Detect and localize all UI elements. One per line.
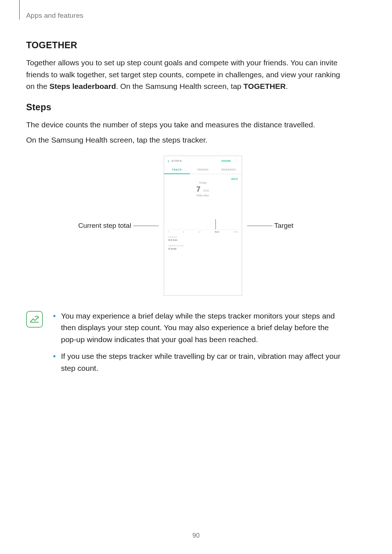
daily-steps-label: Daily steps	[164, 194, 242, 197]
steps-paragraph-1: The device counts the number of steps yo…	[26, 119, 346, 131]
callout-target: Target	[247, 222, 294, 230]
chart-ticks: 0 6 12 Now HRS	[164, 230, 242, 233]
tick: 6	[183, 231, 184, 233]
leader-line	[133, 226, 159, 226]
crop-mark	[19, 0, 20, 20]
step-count-target: /6000	[203, 189, 209, 192]
distance-label: Distance	[168, 236, 237, 238]
note-list: You may experience a brief delay while t…	[53, 310, 346, 379]
distance-value: 0.0 km	[168, 238, 237, 242]
tick: 12	[198, 231, 201, 233]
calories-stat: Calories burned 0 kcal	[164, 242, 242, 250]
calories-value: 0 kcal	[168, 247, 237, 250]
chart-bar	[215, 219, 216, 229]
calories-label: Calories burned	[168, 245, 237, 247]
tab-trends[interactable]: TRENDS	[190, 166, 216, 174]
callout-current-step-total: Current step total	[78, 222, 159, 230]
tick: 0	[168, 231, 169, 233]
back-icon[interactable]: ‹	[168, 158, 169, 164]
heading-together: TOGETHER	[26, 40, 346, 50]
note-item: If you use the steps tracker while trave…	[53, 350, 346, 374]
text: . On the Samsung Health screen, tap	[116, 82, 243, 90]
tab-rewards[interactable]: REWARDS	[216, 166, 241, 174]
tab-track[interactable]: TRACK	[164, 166, 190, 174]
note-block: You may experience a brief delay while t…	[26, 310, 346, 379]
phone-screenshot: ‹ STEPS SHARE ⋮ TRACK TRENDS REWARDS INF…	[164, 156, 242, 296]
step-count-value: 7	[196, 185, 200, 193]
leader-line	[247, 226, 273, 226]
steps-bar-chart	[168, 204, 237, 230]
text-strong: TOGETHER	[244, 82, 286, 90]
more-icon[interactable]: ⋮	[234, 159, 238, 163]
share-button[interactable]: SHARE	[221, 160, 231, 162]
note-icon	[26, 311, 43, 328]
tick-unit: HRS	[233, 231, 238, 233]
text-strong: Steps leaderboard	[49, 82, 116, 90]
callout-label: Current step total	[78, 222, 131, 229]
steps-figure: Current step total ‹ STEPS SHARE ⋮ TRACK…	[26, 156, 346, 296]
today-label: Today	[164, 181, 242, 184]
step-count: 7 /6000	[164, 185, 242, 193]
page-number: 90	[0, 532, 392, 539]
page-content: TOGETHER Together allows you to set up s…	[26, 36, 346, 379]
phone-title: STEPS	[171, 159, 182, 163]
together-paragraph: Together allows you to set up step count…	[26, 57, 346, 93]
phone-tabs: TRACK TRENDS REWARDS	[164, 166, 242, 174]
callout-label: Target	[274, 222, 294, 229]
phone-header: ‹ STEPS SHARE ⋮	[164, 156, 242, 166]
steps-paragraph-2: On the Samsung Health screen, tap the st…	[26, 134, 346, 146]
breadcrumb: Apps and features	[26, 12, 83, 20]
note-item: You may experience a brief delay while t…	[53, 310, 346, 346]
distance-stat: Distance 0.0 km	[164, 233, 242, 242]
info-button[interactable]: INFO	[164, 174, 242, 180]
text: .	[286, 82, 288, 90]
heading-steps: Steps	[26, 102, 346, 112]
tick-now: Now	[215, 231, 219, 233]
